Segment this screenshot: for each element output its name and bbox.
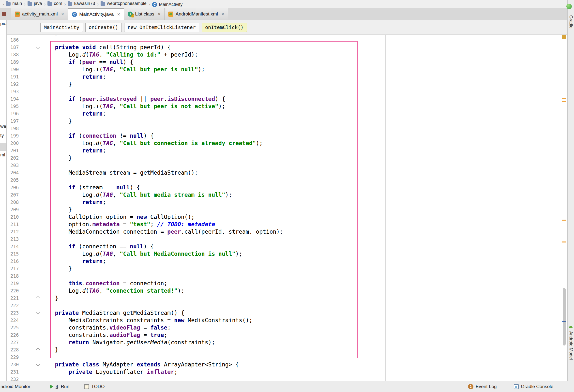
- gradle-console-button[interactable]: Gradle Console: [514, 381, 553, 392]
- breadcrumb-item[interactable]: CMainActivity: [151, 2, 183, 7]
- line-number[interactable]: 215: [10, 250, 19, 257]
- code-text[interactable]: MediaStream stream = getMediaStream();: [41, 169, 198, 176]
- nav-chip[interactable]: onCreate(): [85, 23, 122, 32]
- code-text[interactable]: Log.d(TAG, "Calling to id:" + peerId);: [41, 51, 198, 58]
- android-model-tool-button[interactable]: Android Model: [568, 331, 574, 360]
- code-text[interactable]: if (stream == null) {: [41, 184, 140, 191]
- code-text[interactable]: Log.d(TAG, "Call but MediaConnection is …: [41, 250, 242, 257]
- line-number[interactable]: 205: [10, 176, 19, 184]
- line-number[interactable]: 192: [10, 81, 19, 88]
- line-number[interactable]: 216: [10, 257, 19, 265]
- breadcrumb-item[interactable]: main: [5, 1, 22, 6]
- line-number[interactable]: 217: [10, 265, 19, 272]
- line-number[interactable]: 222: [10, 302, 19, 309]
- line-number[interactable]: 203: [10, 162, 19, 169]
- line-number[interactable]: 225: [10, 324, 19, 331]
- line-number[interactable]: 210: [10, 213, 19, 221]
- code-text[interactable]: }: [41, 206, 72, 213]
- line-number[interactable]: 194: [10, 95, 19, 103]
- code-text[interactable]: return;: [41, 198, 106, 206]
- code-text[interactable]: if (connection == null) {: [41, 243, 154, 250]
- line-number[interactable]: 204: [10, 169, 19, 176]
- code-text[interactable]: constraints.videoFlag = false;: [41, 324, 171, 331]
- event-log-button[interactable]: 2 Event Log: [468, 381, 497, 392]
- project-tree-item-fragment[interactable]: pic: [0, 21, 6, 26]
- code-text[interactable]: Log.d(TAG, "connection started!");: [41, 287, 184, 294]
- code-text[interactable]: Log.d(TAG, "Call but media stream is nul…: [41, 191, 232, 198]
- code-text[interactable]: }: [41, 81, 72, 88]
- line-number[interactable]: 188: [10, 51, 19, 58]
- editor-tab[interactable]: CMainActivity.java×: [68, 8, 124, 20]
- code-text[interactable]: this.connection = connection;: [41, 280, 167, 287]
- project-tree-item-fragment[interactable]: we: [0, 124, 6, 129]
- line-number[interactable]: 227: [10, 339, 19, 346]
- nav-chip[interactable]: onItemClick(): [202, 23, 247, 32]
- line-number[interactable]: 198: [10, 125, 19, 132]
- code-text[interactable]: }: [41, 294, 58, 302]
- line-number[interactable]: 228: [10, 346, 19, 353]
- line-number[interactable]: 209: [10, 206, 19, 213]
- line-number[interactable]: 220: [10, 287, 19, 294]
- line-number[interactable]: 223: [10, 309, 19, 316]
- code-text[interactable]: if (connection != null) {: [41, 132, 154, 140]
- line-number[interactable]: 221: [10, 294, 19, 302]
- scrollbar-thumb[interactable]: [563, 288, 566, 346]
- code-text[interactable]: return;: [41, 147, 106, 154]
- code-text[interactable]: if (peer.isDestroyed || peer.isDisconnec…: [41, 95, 225, 103]
- code-editor[interactable]: 185 }186187 private void call(String pee…: [7, 35, 561, 381]
- line-number[interactable]: 196: [10, 110, 19, 117]
- gradle-sync-icon[interactable]: [566, 4, 572, 9]
- line-number[interactable]: 201: [10, 147, 19, 154]
- line-number[interactable]: 226: [10, 331, 19, 339]
- line-number[interactable]: 212: [10, 228, 19, 235]
- code-text[interactable]: }: [41, 346, 58, 353]
- code-text[interactable]: CallOption option = new CallOption();: [41, 213, 195, 221]
- line-number[interactable]: 208: [10, 198, 19, 206]
- line-number[interactable]: 232: [10, 375, 19, 381]
- editor-tab[interactable]: AndroidManifest.xml×: [164, 8, 228, 20]
- code-text[interactable]: option.metadata = "test"; // TODO: metad…: [41, 221, 215, 228]
- code-text[interactable]: Log.d(TAG, "Call but connection is alrea…: [41, 140, 263, 147]
- close-tab-icon[interactable]: ×: [117, 12, 120, 17]
- line-number[interactable]: 218: [10, 272, 19, 280]
- code-text[interactable]: return;: [41, 73, 106, 81]
- code-text[interactable]: private class MyAdapter extends ArrayAda…: [41, 361, 239, 368]
- line-number[interactable]: 186: [10, 36, 19, 43]
- line-number[interactable]: 231: [10, 368, 19, 375]
- code-text[interactable]: MediaConstraints constraints = new Media…: [41, 316, 253, 324]
- breadcrumb-item[interactable]: kawasin73: [67, 1, 95, 6]
- code-text[interactable]: return;: [41, 257, 106, 265]
- line-number[interactable]: 219: [10, 280, 19, 287]
- breadcrumb-item[interactable]: java: [27, 1, 42, 6]
- editor-tab[interactable]: activity_main.xml×: [11, 8, 68, 20]
- editor-tab[interactable]: IList.class×: [124, 8, 164, 20]
- close-tab-icon[interactable]: ×: [61, 12, 64, 17]
- code-text[interactable]: }: [41, 117, 72, 125]
- code-text[interactable]: Log.i(TAG, "Call but peer is null");: [41, 66, 205, 73]
- line-number[interactable]: 230: [10, 361, 19, 368]
- line-number[interactable]: 211: [10, 221, 19, 228]
- code-text[interactable]: return Navigator.getUserMedia(constraint…: [41, 339, 215, 346]
- breadcrumb-item[interactable]: webrtcphonesample: [100, 1, 147, 6]
- nav-chip[interactable]: MainActivity: [40, 23, 83, 32]
- line-number[interactable]: 214: [10, 243, 19, 250]
- nav-chip[interactable]: new OnItemClickListener: [124, 23, 199, 32]
- gradle-tool-button[interactable]: Gradle: [568, 15, 574, 28]
- line-number[interactable]: 199: [10, 132, 19, 140]
- code-text[interactable]: return;: [41, 110, 106, 117]
- line-number[interactable]: 197: [10, 117, 19, 125]
- code-text[interactable]: }: [41, 154, 72, 162]
- run-tool-button[interactable]: 4: Run: [50, 381, 69, 392]
- code-text[interactable]: if (peer == null) {: [41, 58, 133, 66]
- breadcrumb-item[interactable]: com: [47, 1, 63, 6]
- line-number[interactable]: 195: [10, 103, 19, 110]
- code-text[interactable]: private void call(String peerId) {: [41, 43, 171, 51]
- line-number[interactable]: 206: [10, 184, 19, 191]
- line-number[interactable]: 187: [10, 43, 19, 51]
- code-text[interactable]: MediaConnection connection = peer.call(p…: [41, 228, 283, 235]
- todo-tool-button[interactable]: TODO: [84, 381, 105, 392]
- line-number[interactable]: 189: [10, 58, 19, 66]
- code-text[interactable]: constraints.audioFlag = true;: [41, 331, 167, 339]
- project-tree-item-fragment[interactable]: ty: [0, 133, 4, 138]
- code-text[interactable]: private LayoutInflater inflater;: [41, 368, 178, 375]
